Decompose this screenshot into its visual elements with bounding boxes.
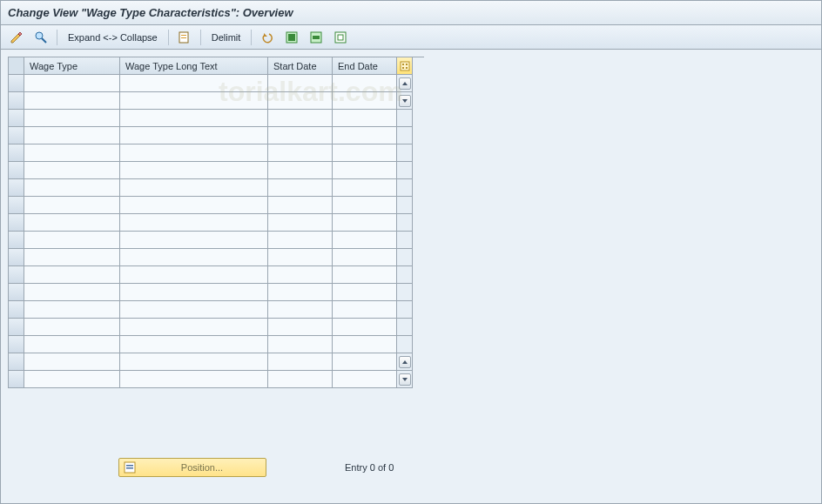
table-cell[interactable] xyxy=(333,110,397,127)
table-cell[interactable] xyxy=(120,249,268,266)
table-cell[interactable] xyxy=(120,319,268,336)
table-cell[interactable] xyxy=(333,284,397,301)
table-cell[interactable] xyxy=(333,214,397,232)
table-cell[interactable] xyxy=(333,179,397,197)
scroll-up-button[interactable] xyxy=(397,353,413,371)
col-header-wage-type[interactable]: Wage Type xyxy=(24,57,120,75)
scrollbar-track[interactable] xyxy=(397,162,413,179)
table-cell[interactable] xyxy=(268,266,333,284)
table-cell[interactable] xyxy=(24,110,120,127)
select-all-button[interactable] xyxy=(281,29,302,46)
scrollbar-track[interactable] xyxy=(397,214,413,232)
table-cell[interactable] xyxy=(24,127,120,144)
table-corner[interactable] xyxy=(9,57,24,75)
table-cell[interactable] xyxy=(24,92,120,110)
position-button[interactable]: Position... xyxy=(118,458,266,477)
table-cell[interactable] xyxy=(268,371,333,388)
row-selector[interactable] xyxy=(9,214,24,232)
table-cell[interactable] xyxy=(333,162,397,179)
scrollbar-track[interactable] xyxy=(397,284,413,301)
scrollbar-track[interactable] xyxy=(397,249,413,266)
row-selector[interactable] xyxy=(9,197,24,214)
table-cell[interactable] xyxy=(268,319,333,336)
table-cell[interactable] xyxy=(24,353,120,371)
scrollbar-track[interactable] xyxy=(397,232,413,249)
table-cell[interactable] xyxy=(268,179,333,197)
scrollbar-track[interactable] xyxy=(397,197,413,214)
col-header-end-date[interactable]: End Date xyxy=(333,57,397,75)
scroll-down-button[interactable] xyxy=(397,371,413,388)
table-cell[interactable] xyxy=(120,353,268,371)
table-cell[interactable] xyxy=(268,127,333,144)
table-cell[interactable] xyxy=(333,266,397,284)
new-entries-button[interactable] xyxy=(174,29,195,46)
table-cell[interactable] xyxy=(24,301,120,319)
table-cell[interactable] xyxy=(268,301,333,319)
table-cell[interactable] xyxy=(24,284,120,301)
table-cell[interactable] xyxy=(333,353,397,371)
table-cell[interactable] xyxy=(333,144,397,162)
scrollbar-track[interactable] xyxy=(397,144,413,162)
table-cell[interactable] xyxy=(120,371,268,388)
table-cell[interactable] xyxy=(120,266,268,284)
table-cell[interactable] xyxy=(268,214,333,232)
row-selector[interactable] xyxy=(9,232,24,249)
table-cell[interactable] xyxy=(333,127,397,144)
table-cell[interactable] xyxy=(24,266,120,284)
table-cell[interactable] xyxy=(268,353,333,371)
table-cell[interactable] xyxy=(268,284,333,301)
table-cell[interactable] xyxy=(268,144,333,162)
row-selector[interactable] xyxy=(9,249,24,266)
row-selector[interactable] xyxy=(9,319,24,336)
table-cell[interactable] xyxy=(268,197,333,214)
scrollbar-track[interactable] xyxy=(397,179,413,197)
table-cell[interactable] xyxy=(120,232,268,249)
table-cell[interactable] xyxy=(24,319,120,336)
table-cell[interactable] xyxy=(333,232,397,249)
table-cell[interactable] xyxy=(268,75,333,92)
scrollbar-track[interactable] xyxy=(397,110,413,127)
table-cell[interactable] xyxy=(333,371,397,388)
row-selector[interactable] xyxy=(9,92,24,110)
table-cell[interactable] xyxy=(24,197,120,214)
scrollbar-track[interactable] xyxy=(397,266,413,284)
col-header-long-text[interactable]: Wage Type Long Text xyxy=(120,57,268,75)
row-selector[interactable] xyxy=(9,162,24,179)
table-cell[interactable] xyxy=(333,319,397,336)
table-cell[interactable] xyxy=(268,232,333,249)
table-cell[interactable] xyxy=(24,179,120,197)
table-cell[interactable] xyxy=(120,197,268,214)
table-cell[interactable] xyxy=(333,197,397,214)
expand-collapse-button[interactable]: Expand <-> Collapse xyxy=(63,29,163,46)
other-view-button[interactable] xyxy=(30,29,51,46)
row-selector[interactable] xyxy=(9,179,24,197)
table-cell[interactable] xyxy=(24,336,120,353)
row-selector[interactable] xyxy=(9,371,24,388)
scrollbar-track[interactable] xyxy=(397,319,413,336)
table-cell[interactable] xyxy=(333,301,397,319)
table-cell[interactable] xyxy=(120,301,268,319)
table-cell[interactable] xyxy=(120,110,268,127)
table-cell[interactable] xyxy=(333,75,397,92)
scrollbar-track[interactable] xyxy=(397,336,413,353)
table-cell[interactable] xyxy=(333,249,397,266)
table-cell[interactable] xyxy=(120,336,268,353)
row-selector[interactable] xyxy=(9,353,24,371)
table-config-button[interactable] xyxy=(397,57,413,75)
scroll-down-button[interactable] xyxy=(397,92,413,110)
table-cell[interactable] xyxy=(268,249,333,266)
row-selector[interactable] xyxy=(9,266,24,284)
table-cell[interactable] xyxy=(120,162,268,179)
deselect-all-button[interactable] xyxy=(330,29,351,46)
row-selector[interactable] xyxy=(9,144,24,162)
table-cell[interactable] xyxy=(120,144,268,162)
row-selector[interactable] xyxy=(9,284,24,301)
table-cell[interactable] xyxy=(120,92,268,110)
row-selector[interactable] xyxy=(9,110,24,127)
row-selector[interactable] xyxy=(9,127,24,144)
table-cell[interactable] xyxy=(268,162,333,179)
row-selector[interactable] xyxy=(9,336,24,353)
table-cell[interactable] xyxy=(333,92,397,110)
table-cell[interactable] xyxy=(333,336,397,353)
select-block-button[interactable] xyxy=(306,29,327,46)
